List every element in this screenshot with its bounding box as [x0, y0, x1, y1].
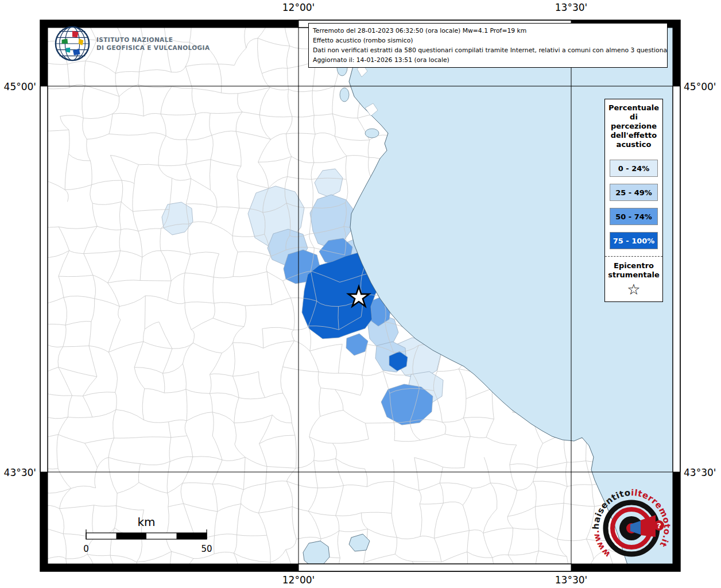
legend-epicenter: Epicentro strumentale ☆: [605, 256, 662, 298]
lat-label-right-bottom: 43°30': [684, 467, 716, 478]
epicenter-star-symbol: ☆: [605, 281, 662, 298]
scalebar-start: 0: [83, 544, 89, 554]
lat-label-right-top: 45°00': [684, 81, 716, 92]
event-info-line3: Dati non verificati estratti da 580 ques…: [313, 45, 663, 55]
lon-label-top-right: 13°30': [555, 2, 587, 13]
legend-class-2: 50 - 74%: [610, 208, 658, 225]
ingv-title: ISTITUTO NAZIONALE DI GEOFISICA E VULCAN…: [96, 36, 210, 52]
ingv-title-line2: DI GEOFISICA E VULCANOLOGIA: [96, 44, 210, 52]
watermark-question: ?: [657, 521, 661, 530]
scalebar-end: 50: [201, 544, 212, 554]
lon-label-top-left: 12°00': [282, 2, 315, 13]
seismic-map-figure: km 0 50 ? www.haisentitoilterremoto.it: [0, 0, 721, 588]
legend-box: Percentuale di percezione dell'effetto a…: [604, 99, 663, 302]
lat-label-left-top: 45°00': [0, 81, 36, 92]
event-info-box: Terremoto del 28-01-2023 06:32:50 (ora l…: [308, 23, 668, 68]
lat-label-left-bottom: 43°30': [0, 467, 36, 478]
legend-title: Percentuale di percezione dell'effetto a…: [605, 99, 662, 153]
event-info-line4: Aggiornato il: 14-01-2026 13:51 (ora loc…: [313, 55, 663, 65]
ingv-logo: ISTITUTO NAZIONALE DI GEOFISICA E VULCAN…: [54, 25, 210, 62]
lon-label-bottom-right: 13°30': [555, 574, 587, 586]
lon-label-bottom-left: 12°00': [282, 574, 315, 586]
scalebar-unit: km: [137, 515, 155, 529]
map-layers: [33, 14, 696, 586]
event-info-line2: Effetto acustico (rombo sismico): [313, 36, 663, 45]
event-info-line1: Terremoto del 28-01-2023 06:32:50 (ora l…: [313, 26, 663, 36]
ingv-title-line1: ISTITUTO NAZIONALE: [96, 36, 210, 44]
legend-class-3: 75 - 100%: [610, 232, 658, 249]
legend-classes: 0 - 24%25 - 49%50 - 74%75 - 100%: [605, 160, 662, 249]
legend-epicenter-title: Epicentro strumentale: [605, 261, 662, 280]
legend-class-0: 0 - 24%: [610, 160, 658, 177]
ingv-globe-icon: [54, 25, 91, 62]
legend-class-1: 25 - 49%: [610, 184, 658, 201]
